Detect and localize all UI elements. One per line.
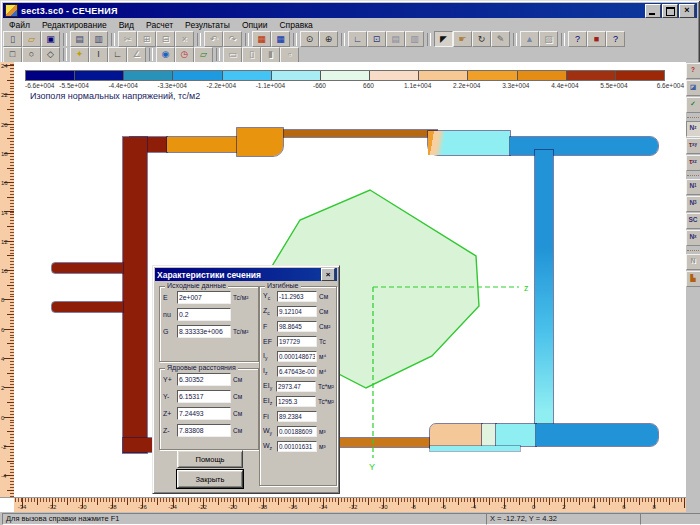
help-button[interactable]: ? (606, 31, 625, 47)
menu-item-edit[interactable]: Редактирование (36, 19, 113, 31)
manual-book-button[interactable]: ■ (587, 31, 606, 47)
legend-label: 3.3e+004 (502, 82, 529, 89)
i-beam-button[interactable]: I (89, 47, 108, 63)
isofields-setup-button[interactable]: ✓ (686, 97, 700, 113)
draw-rect-button[interactable]: □ (3, 47, 22, 63)
grid-button[interactable]: ▤ (386, 31, 405, 47)
op4-button[interactable]: ▫ (280, 47, 299, 63)
field-input-zplus[interactable] (177, 407, 231, 420)
open-folder-button[interactable]: ▱ (22, 31, 41, 47)
draw-ellipse-button[interactable]: ○ (22, 47, 41, 63)
new-doc-button[interactable]: ▯ (3, 31, 22, 47)
field-input-wy[interactable] (277, 426, 317, 437)
print-button[interactable]: ▤ (70, 31, 89, 47)
delete-button[interactable]: × (175, 31, 194, 47)
hatch-mode-button[interactable]: ▨ (539, 31, 558, 47)
palette-button[interactable]: ▦ (271, 31, 290, 47)
field-input-yminus[interactable] (177, 390, 231, 403)
menu-item-view[interactable]: Вид (113, 19, 140, 31)
field-input-ef[interactable] (277, 336, 317, 347)
measure-button[interactable]: ✎ (491, 31, 510, 47)
menu-item-calc[interactable]: Расчет (140, 19, 179, 31)
diagram-button[interactable]: ▙ (686, 271, 700, 287)
stress-n3-button[interactable]: N3 (686, 196, 700, 212)
stress-n-off-button[interactable]: N (686, 254, 700, 270)
field-input-wz[interactable] (277, 441, 317, 452)
op1-button[interactable]: ▭ (223, 47, 242, 63)
field-input-yplus[interactable] (177, 373, 231, 386)
field-row-ef: EFТс (263, 336, 334, 347)
mesh-colors-button[interactable]: ▦ (252, 31, 271, 47)
field-input-yc[interactable] (277, 291, 317, 302)
legend-label: -3.3e+004 (158, 82, 187, 89)
field-label-eiy: EIy (263, 382, 276, 391)
stress-n1-button[interactable]: N1 (686, 179, 700, 195)
toolbar-separator (197, 33, 201, 46)
stress-sc-button[interactable]: SC (686, 213, 700, 229)
stress-nx-button[interactable]: Nx (686, 230, 700, 246)
undo-button[interactable]: ↶ (204, 31, 223, 47)
stress-txz-button[interactable]: τxz (686, 155, 700, 171)
field-input-nu[interactable] (177, 308, 231, 321)
close-dialog-button[interactable]: Закрыть (177, 470, 243, 488)
op2-button[interactable]: ▯ (242, 47, 261, 63)
print-preview-button[interactable]: ▥ (89, 31, 108, 47)
field-input-g[interactable] (177, 325, 231, 338)
field-row-wz: Wzм³ (263, 441, 334, 452)
field-label-zminus: Z- (163, 427, 177, 434)
minimize-button[interactable] (645, 4, 661, 18)
group-core-legend: Ядровые расстояния (165, 364, 238, 371)
field-input-eiy[interactable] (276, 381, 316, 392)
op3-button[interactable]: ▮ (261, 47, 280, 63)
restore-button[interactable] (662, 4, 678, 18)
rotate-cw-button[interactable]: ◷ (175, 47, 194, 63)
redo-button[interactable]: ↷ (223, 31, 242, 47)
drawing-canvas[interactable]: -6.6e+004-5.5e+004-4.4e+004-3.3e+004-2.2… (14, 62, 686, 497)
save-button[interactable]: ▣ (41, 31, 60, 47)
select-cursor-button[interactable]: ◤ (434, 31, 453, 47)
stress-txy-button[interactable]: τxy (686, 138, 700, 154)
field-input-f[interactable] (277, 321, 317, 332)
field-input-iz[interactable] (277, 366, 317, 377)
dialog-title-bar[interactable]: Характеристики сечения × (155, 268, 337, 281)
copy-button[interactable]: ⊞ (137, 31, 156, 47)
mosaic-view-button[interactable]: ◪ (686, 80, 700, 96)
help-button[interactable]: Помощь (177, 450, 243, 468)
polyline-button[interactable]: ∟ (108, 47, 127, 63)
field-input-zminus[interactable] (177, 424, 231, 437)
zoom-button[interactable]: ⊙ (300, 31, 319, 47)
field-input-eiz[interactable] (276, 396, 316, 407)
cut-button[interactable]: ✂ (118, 31, 137, 47)
field-input-e[interactable] (177, 291, 231, 304)
angle-button[interactable]: ∠ (127, 47, 146, 63)
menu-item-help[interactable]: Справка (273, 19, 318, 31)
diagram-a-button[interactable]: ▲ (520, 31, 539, 47)
field-label-eiz: EIz (263, 397, 276, 406)
pan-hand-button[interactable]: ☛ (453, 31, 472, 47)
menu-item-file[interactable]: Файл (3, 19, 36, 31)
stress-nz-button[interactable]: Nz (686, 121, 700, 137)
draw-blob-button[interactable]: ◇ (41, 47, 60, 63)
grid-off-button[interactable]: ▥ (405, 31, 424, 47)
legend-label: 2.2e+004 (453, 82, 480, 89)
rotate-view-button[interactable]: ↻ (472, 31, 491, 47)
dialog-close-icon[interactable]: × (321, 268, 335, 281)
menu-item-options[interactable]: Опции (236, 19, 274, 31)
lamp-button[interactable]: ✦ (70, 47, 89, 63)
field-input-iy[interactable] (277, 351, 317, 362)
menu-item-results[interactable]: Результаты (179, 19, 236, 31)
paste-button[interactable]: ⊟ (156, 31, 175, 47)
coord-corner-button[interactable]: ∟ (348, 31, 367, 47)
context-help-button[interactable]: ? (568, 31, 587, 47)
zoom-window-button[interactable]: ⊡ (367, 31, 386, 47)
field-row-eiz: EIzТс*м² (263, 396, 334, 407)
sphere-button[interactable]: ◉ (156, 47, 175, 63)
zoom-extents-button[interactable]: ⊕ (319, 31, 338, 47)
result-info-button[interactable]: ? (686, 63, 700, 79)
close-button[interactable]: × (679, 4, 695, 18)
field-unit-zplus: См (233, 410, 242, 417)
field-label-wz: Wz (263, 442, 277, 451)
field-input-fi[interactable] (277, 411, 317, 422)
poly-edit-button[interactable]: ▱ (194, 47, 213, 63)
field-input-zc[interactable] (277, 306, 317, 317)
